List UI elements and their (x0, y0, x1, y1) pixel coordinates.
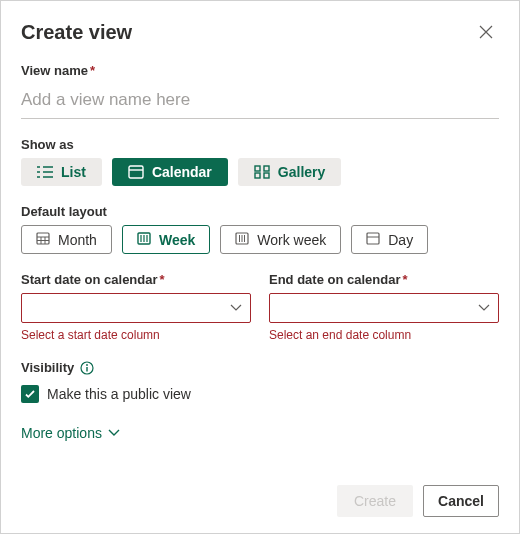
layout-week-label: Week (159, 232, 195, 248)
svg-rect-5 (37, 233, 49, 244)
dialog-footer: Create Cancel (21, 471, 499, 517)
start-date-label: Start date on calendar* (21, 272, 251, 287)
show-as-group: List Calendar Gallery (21, 158, 499, 186)
create-button[interactable]: Create (337, 485, 413, 517)
default-layout-label: Default layout (21, 204, 499, 219)
show-as-label: Show as (21, 137, 499, 152)
layout-day[interactable]: Day (351, 225, 428, 254)
week-icon (137, 231, 151, 248)
day-icon (366, 231, 380, 248)
svg-rect-2 (264, 166, 269, 171)
more-options-label: More options (21, 425, 102, 441)
chevron-down-icon (108, 429, 120, 437)
layout-workweek-label: Work week (257, 232, 326, 248)
calendar-icon (128, 165, 144, 179)
svg-rect-4 (264, 173, 269, 178)
dialog-header: Create view (21, 19, 499, 45)
show-as-list[interactable]: List (21, 158, 102, 186)
create-view-dialog: Create view View name* Show as List Cale… (0, 0, 520, 534)
month-icon (36, 231, 50, 248)
list-icon (37, 165, 53, 179)
svg-rect-1 (255, 166, 260, 171)
gallery-icon (254, 165, 270, 179)
end-date-label: End date on calendar* (269, 272, 499, 287)
layout-week[interactable]: Week (122, 225, 210, 254)
svg-rect-11 (87, 367, 88, 372)
show-as-calendar[interactable]: Calendar (112, 158, 228, 186)
svg-rect-8 (367, 233, 379, 244)
svg-rect-0 (129, 166, 143, 178)
more-options-toggle[interactable]: More options (21, 425, 499, 441)
workweek-icon (235, 231, 249, 248)
show-as-calendar-label: Calendar (152, 164, 212, 180)
layout-month[interactable]: Month (21, 225, 112, 254)
end-date-select[interactable] (269, 293, 499, 323)
dialog-title: Create view (21, 21, 473, 44)
start-date-error: Select a start date column (21, 328, 251, 342)
public-view-checkbox[interactable] (21, 385, 39, 403)
info-icon[interactable] (80, 361, 94, 375)
cancel-button[interactable]: Cancel (423, 485, 499, 517)
close-icon (479, 25, 493, 39)
svg-rect-3 (255, 173, 260, 178)
show-as-gallery-label: Gallery (278, 164, 325, 180)
layout-day-label: Day (388, 232, 413, 248)
visibility-label: Visibility (21, 360, 74, 375)
checkmark-icon (24, 388, 36, 400)
visibility-row: Visibility (21, 360, 499, 375)
layout-workweek[interactable]: Work week (220, 225, 341, 254)
start-date-select[interactable] (21, 293, 251, 323)
show-as-list-label: List (61, 164, 86, 180)
svg-point-10 (86, 364, 88, 366)
chevron-down-icon (230, 304, 242, 312)
view-name-input[interactable] (21, 84, 499, 119)
close-button[interactable] (473, 19, 499, 45)
end-date-error: Select an end date column (269, 328, 499, 342)
layout-month-label: Month (58, 232, 97, 248)
view-name-label: View name* (21, 63, 499, 78)
default-layout-group: Month Week Work week Day (21, 225, 499, 254)
show-as-gallery[interactable]: Gallery (238, 158, 341, 186)
public-view-label: Make this a public view (47, 386, 191, 402)
chevron-down-icon (478, 304, 490, 312)
